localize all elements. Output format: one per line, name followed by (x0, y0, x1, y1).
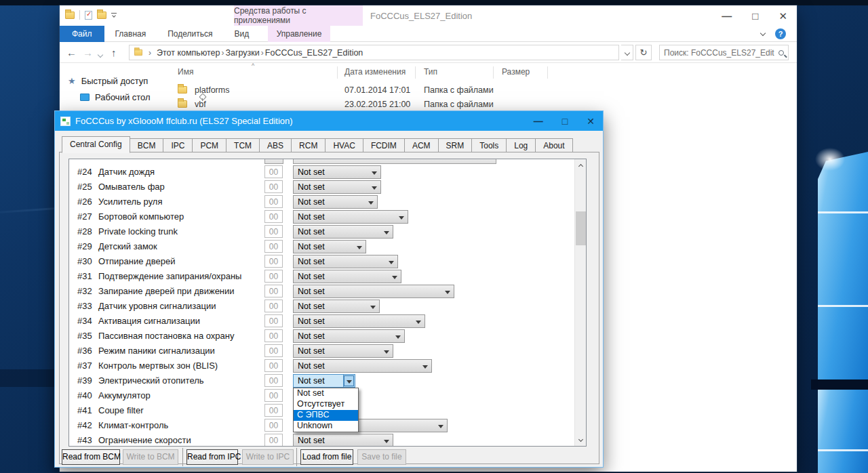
hex-value-field[interactable]: 00 (264, 404, 283, 417)
ribbon-tab-Главная[interactable]: Главная (104, 26, 157, 42)
ribbon-tab-Поделиться[interactable]: Поделиться (157, 26, 223, 42)
config-combo[interactable]: Not set (293, 210, 408, 224)
hex-value-field[interactable]: 00 (264, 419, 283, 432)
tab-central-config[interactable]: Central Config (62, 136, 130, 153)
tab-acm[interactable]: ACM (405, 138, 439, 152)
config-combo[interactable]: Not set (293, 180, 381, 194)
breadcrumb-separator: › (220, 48, 225, 58)
hex-value-field[interactable]: 00 (264, 344, 283, 357)
config-combo[interactable]: Not set (293, 344, 393, 358)
config-combo[interactable]: Not set (293, 374, 355, 388)
hex-value-field[interactable]: 00 (264, 210, 283, 223)
hex-value-field[interactable]: 00 (264, 240, 283, 253)
tab-tools[interactable]: Tools (472, 138, 507, 152)
tab-bcm[interactable]: BCM (130, 138, 164, 152)
ribbon-tab-Файл[interactable]: Файл (60, 26, 104, 42)
address-dropdown-icon[interactable] (621, 45, 633, 60)
config-combo[interactable]: Not set (293, 270, 401, 283)
breadcrumb-item[interactable]: Этот компьютер (157, 48, 220, 58)
hex-value-field[interactable]: 00 (264, 270, 283, 283)
address-bar[interactable]: › Этот компьютер›Загрузки›FoCCCus_ELS27_… (129, 45, 619, 60)
dropdown-option[interactable]: Not set (294, 388, 358, 399)
maximize-button[interactable]: □ (752, 11, 758, 21)
config-row: #24Датчик дождя00Not set (69, 165, 574, 180)
combo-value: Not set (298, 331, 325, 341)
dropdown-option[interactable]: С ЭПВС (294, 410, 358, 421)
close-button[interactable]: ✕ (587, 116, 595, 127)
close-button[interactable]: ✕ (778, 11, 787, 21)
config-combo[interactable]: Not set (293, 434, 393, 447)
tab-fcdim[interactable]: FCDIM (363, 138, 405, 152)
folder-icon[interactable] (65, 12, 75, 19)
chevron-down-icon[interactable] (98, 44, 102, 65)
dropdown-option[interactable]: Unknown (294, 421, 358, 432)
read-from-ipc-button[interactable]: Read from IPC (186, 449, 238, 465)
hex-value-field[interactable]: 00 (264, 329, 283, 342)
load-from-file-button[interactable]: Load from file (300, 449, 353, 465)
checkmark-doc-icon[interactable] (85, 11, 92, 20)
minimize-button[interactable]: — (534, 116, 543, 127)
column-header-1[interactable]: Дата изменения (344, 67, 406, 77)
column-header-0[interactable]: Имя (178, 67, 193, 77)
hex-value-field[interactable]: 00 (264, 434, 283, 447)
customize-toolbar-icon[interactable] (111, 13, 117, 18)
config-combo[interactable]: Not set (293, 285, 454, 298)
minimize-button[interactable]: — (722, 11, 732, 21)
tab-abs[interactable]: ABS (260, 138, 292, 152)
hex-value-field[interactable]: 00 (264, 165, 283, 178)
ribbon-tab-Вид[interactable]: Вид (223, 26, 260, 42)
config-combo[interactable]: Not set (293, 240, 366, 253)
sidebar-item-quick-access[interactable]: ★ Быстрый доступ (68, 76, 148, 86)
config-row-label: Омыватель фар (98, 182, 165, 192)
hex-value-field[interactable]: 00 (264, 195, 283, 208)
chevron-down-icon[interactable] (760, 30, 766, 36)
tab-tcm[interactable]: TCM (226, 138, 260, 152)
refresh-icon[interactable]: ↻ (635, 45, 652, 60)
help-icon[interactable]: ? (775, 28, 786, 39)
config-combo[interactable]: Not set (293, 225, 393, 239)
hex-value-field[interactable]: 00 (264, 300, 283, 312)
forward-icon[interactable]: → (83, 42, 93, 63)
config-row-label: Пассивная постановка на охрану (98, 331, 234, 341)
column-header-2[interactable]: Тип (424, 67, 437, 77)
up-icon[interactable]: ↑ (111, 42, 117, 63)
breadcrumb-item[interactable]: Загрузки (225, 48, 259, 58)
config-combo[interactable]: Not set (293, 359, 432, 373)
scrollbar-thumb[interactable] (576, 211, 586, 245)
tab-log[interactable]: Log (507, 138, 536, 152)
hex-value-field[interactable]: 00 (264, 374, 283, 387)
config-combo[interactable]: Not set (293, 314, 425, 328)
config-combo[interactable]: Not set (293, 300, 380, 313)
context-tab-group[interactable]: Средства работы с приложениями (234, 5, 363, 26)
back-icon[interactable]: ← (66, 42, 77, 63)
config-combo[interactable]: Not set (293, 165, 381, 179)
tab-pcm[interactable]: PCM (193, 138, 226, 152)
config-combo[interactable]: Not set (293, 329, 405, 343)
breadcrumb-item[interactable]: FoCCCus_ELS27_Edition (265, 48, 363, 58)
tab-about[interactable]: About (536, 138, 572, 152)
hex-value-field[interactable]: 00 (264, 225, 283, 238)
tab-hvac[interactable]: HVAC (326, 138, 363, 152)
column-header-3[interactable]: Размер (502, 67, 530, 77)
ribbon-tab-manage[interactable]: Управление (268, 26, 330, 42)
sort-ascending-icon[interactable]: ^ (252, 62, 254, 69)
hex-value-field[interactable]: 00 (264, 285, 283, 297)
hex-value-field[interactable]: 00 (264, 389, 283, 402)
hex-value-field[interactable]: 00 (264, 180, 283, 193)
config-combo[interactable]: Not set (293, 195, 378, 209)
tab-ipc[interactable]: IPC (163, 138, 193, 152)
hex-value-field[interactable]: 00 (264, 314, 283, 327)
hex-value-field[interactable]: 00 (264, 359, 283, 372)
maximize-button[interactable]: □ (562, 116, 568, 127)
scroll-down-icon[interactable] (575, 434, 587, 446)
tab-srm[interactable]: SRM (439, 138, 473, 152)
hex-value-field[interactable]: 00 (264, 255, 283, 268)
read-from-bcm-button[interactable]: Read from BCM (62, 449, 120, 465)
dropdown-option[interactable]: Отсутствует (294, 399, 358, 410)
scroll-up-icon[interactable] (575, 159, 587, 171)
tab-rcm[interactable]: RCM (292, 138, 326, 152)
vertical-scrollbar[interactable] (574, 159, 586, 446)
config-combo[interactable]: Not set (293, 255, 398, 268)
folder-icon[interactable] (97, 12, 106, 19)
search-input[interactable]: Поиск: FoCCCus_ELS27_Edition (659, 45, 789, 60)
